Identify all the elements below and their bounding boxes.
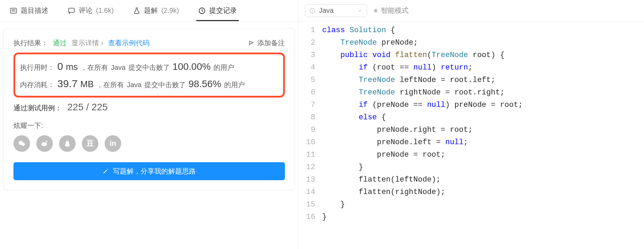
line-number: 13: [299, 174, 315, 186]
line-number: 3: [299, 49, 315, 62]
code-line[interactable]: preNode = root;: [322, 149, 644, 161]
line-number: 1: [299, 24, 315, 37]
write-solution-button[interactable]: 写题解，分享我的解题思路: [13, 162, 285, 180]
wechat-icon[interactable]: [13, 135, 30, 152]
line-number: 10: [299, 136, 315, 149]
flag-icon: [248, 40, 254, 46]
chevron-down-icon: [357, 8, 363, 13]
line-number: 15: [299, 199, 315, 211]
runtime-percent: 100.00%: [173, 61, 211, 72]
runtime-value: 0: [57, 61, 63, 72]
svg-point-7: [41, 142, 47, 146]
svg-point-10: [65, 144, 70, 147]
tab-count: (2.9k): [161, 7, 179, 15]
line-number: 7: [299, 99, 315, 111]
status-badge: 通过: [53, 38, 67, 48]
runtime-row: 执行用时： 0 ms ，在所有 Java 提交中击败了 100.00% 的用户: [20, 58, 278, 75]
qq-icon[interactable]: [59, 135, 76, 152]
line-gutter: 12345678910111213141516: [299, 24, 319, 223]
code-line[interactable]: public void flatten(TreeNode root) {: [322, 49, 644, 62]
pencil-icon: [103, 168, 109, 174]
memory-value: 39.7: [57, 78, 77, 90]
svg-point-13: [312, 9, 313, 10]
code-line[interactable]: class Solution {: [322, 24, 644, 37]
code-line[interactable]: flatten(rightNode);: [322, 186, 644, 199]
exec-result-label: 执行结果：: [13, 38, 48, 48]
linkedin-icon[interactable]: in: [105, 135, 121, 152]
line-number: 9: [299, 124, 315, 136]
memory-unit: MB: [80, 79, 94, 90]
line-number: 14: [299, 186, 315, 199]
line-number: 12: [299, 161, 315, 174]
code-line[interactable]: }: [322, 199, 644, 211]
tab-count: (1.6k): [96, 7, 114, 15]
line-number: 11: [299, 149, 315, 161]
code-line[interactable]: preNode.right = root;: [322, 124, 644, 136]
code-editor[interactable]: 12345678910111213141516 class Solution {…: [299, 21, 644, 223]
view-sample-link[interactable]: 查看示例代码: [108, 38, 150, 48]
description-icon: [10, 7, 17, 15]
code-content[interactable]: class Solution { TreeNode preNode; publi…: [319, 24, 644, 223]
line-number: 16: [299, 211, 315, 223]
line-number: 4: [299, 62, 315, 74]
tab-submissions[interactable]: 提交记录: [189, 0, 247, 21]
smart-mode-indicator[interactable]: 智能模式: [374, 6, 408, 15]
tab-description[interactable]: 题目描述: [0, 0, 58, 21]
line-number: 6: [299, 86, 315, 99]
show-detail-link[interactable]: 显示详情 ›: [71, 38, 103, 48]
mode-label: 智能模式: [381, 6, 408, 15]
comment-icon: [68, 7, 75, 15]
svg-point-8: [46, 141, 47, 142]
line-number: 8: [299, 111, 315, 124]
history-icon: [198, 7, 206, 15]
svg-point-6: [21, 142, 25, 146]
code-line[interactable]: flatten(leftNode);: [322, 174, 644, 186]
tab-comments[interactable]: 评论 (1.6k): [58, 0, 123, 21]
code-line[interactable]: if (preNode == null) preNode = root;: [322, 99, 644, 111]
line-number: 5: [299, 74, 315, 86]
code-line[interactable]: else {: [322, 111, 644, 124]
tab-solutions[interactable]: 题解 (2.9k): [123, 0, 189, 21]
tests-value: 225 / 225: [67, 102, 108, 113]
code-line[interactable]: TreeNode leftNode = root.left;: [322, 74, 644, 86]
code-line[interactable]: }: [322, 161, 644, 174]
language-label: Java: [319, 7, 334, 15]
code-line[interactable]: TreeNode rightNode = root.right;: [322, 86, 644, 99]
flask-icon: [133, 7, 141, 15]
tabs-bar: 题目描述 评论 (1.6k) 题解 (2.9k) 提交记录: [0, 0, 298, 21]
tab-label: 评论: [79, 6, 93, 15]
tests-label: 通过测试用例：: [13, 103, 62, 113]
weibo-icon[interactable]: [36, 135, 53, 152]
code-line[interactable]: preNode.left = null;: [322, 136, 644, 149]
stats-highlight: 执行用时： 0 ms ，在所有 Java 提交中击败了 100.00% 的用户 …: [13, 53, 285, 98]
info-icon: [309, 8, 316, 14]
tab-label: 提交记录: [209, 6, 237, 15]
share-label: 炫耀一下:: [13, 121, 285, 130]
status-dot-icon: [374, 9, 377, 12]
runtime-label: 执行用时：: [20, 63, 55, 72]
douban-icon[interactable]: 豆: [82, 135, 98, 152]
line-number: 2: [299, 37, 315, 49]
memory-percent: 98.56%: [189, 79, 221, 90]
add-note-button[interactable]: 添加备注: [248, 38, 285, 48]
tab-label: 题目描述: [21, 6, 48, 15]
language-select[interactable]: Java: [305, 4, 367, 17]
memory-row: 内存消耗： 39.7 MB ，在所有 Java 提交中击败了 98.56% 的用…: [20, 75, 278, 92]
code-line[interactable]: if (root == null) return;: [322, 62, 644, 74]
code-line[interactable]: }: [322, 211, 644, 223]
code-line[interactable]: TreeNode preNode;: [322, 37, 644, 49]
svg-rect-3: [69, 8, 75, 12]
result-card: 执行结果： 通过 显示详情 › 查看示例代码 添加备注: [3, 28, 295, 190]
editor-header: Java 智能模式: [299, 0, 644, 21]
runtime-unit: ms: [66, 62, 78, 72]
memory-label: 内存消耗：: [20, 80, 55, 90]
tab-label: 题解: [144, 6, 158, 15]
